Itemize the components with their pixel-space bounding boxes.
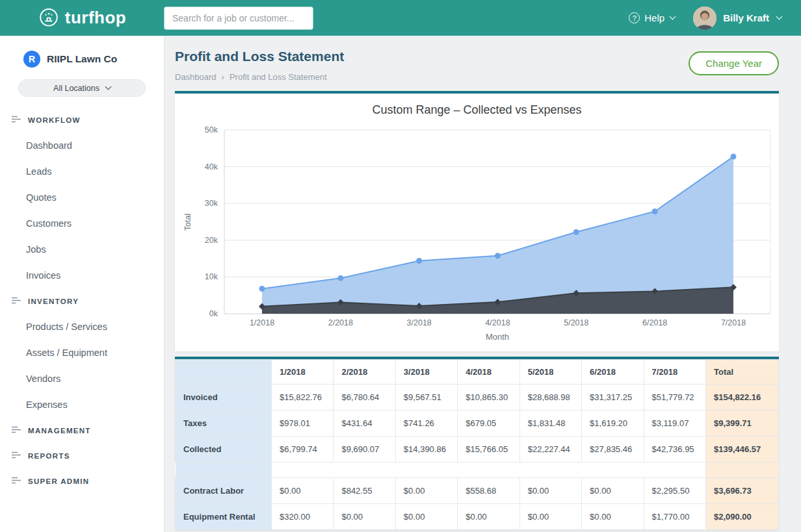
x-tick-label: 3/2018 <box>407 318 432 327</box>
nav-section-super-admin[interactable]: Super Admin <box>0 468 164 494</box>
spacer-cell <box>644 462 705 478</box>
spacer-cell <box>395 462 457 478</box>
spacer-cell <box>706 462 779 478</box>
table-cell: $2,295.50 <box>644 478 705 504</box>
table-row-contract-labor: Contract Labor$0.00$842.55$0.00$558.68$0… <box>176 478 779 504</box>
search-input[interactable] <box>164 7 313 29</box>
pl-table-card: 1/20182/20183/20184/20185/20186/20187/20… <box>175 357 779 530</box>
chart-title: Custom Range – Collected vs Expenses <box>175 103 779 117</box>
table-cell: $679.05 <box>458 411 519 437</box>
company-selector[interactable]: R RIIPL Lawn Co <box>0 36 164 71</box>
row-label: Taxes <box>176 411 272 437</box>
nav-section-label: Super Admin <box>28 477 89 485</box>
table-cell: $1,831.48 <box>519 411 581 437</box>
column-header-2-2018: 2/2018 <box>334 360 395 385</box>
section-dashes-icon <box>12 297 21 305</box>
table-cell: $431.64 <box>334 411 395 437</box>
collected-point <box>337 275 343 281</box>
chart-card: Custom Range – Collected vs Expenses 0k1… <box>175 91 779 351</box>
page-header: Profit and Loss Statement Dashboard › Pr… <box>175 49 779 82</box>
table-cell: $42,736.95 <box>644 437 705 462</box>
section-dashes-icon <box>12 116 21 124</box>
sidebar-item-jobs[interactable]: Jobs <box>0 236 164 262</box>
sidebar-item-customers[interactable]: Customers <box>0 210 164 236</box>
table-cell: $154,822.16 <box>706 385 779 411</box>
table-cell: $0.00 <box>458 504 519 530</box>
column-header-5-2018: 5/2018 <box>519 360 581 385</box>
table-cell: $139,446.57 <box>706 437 779 462</box>
x-tick-label: 6/2018 <box>642 318 667 327</box>
y-tick-label: 50k <box>205 125 218 134</box>
y-tick-label: 30k <box>205 199 218 208</box>
row-label: Equipment Rental <box>176 504 272 530</box>
brand-logo[interactable]: turfhop <box>0 6 164 30</box>
breadcrumb-dashboard[interactable]: Dashboard <box>175 72 217 82</box>
breadcrumb-current: Profit and Loss Statement <box>230 72 327 82</box>
change-year-button[interactable]: Change Year <box>689 51 779 75</box>
x-tick-label: 5/2018 <box>564 318 588 327</box>
column-header-6-2018: 6/2018 <box>582 360 644 385</box>
chevron-down-icon <box>105 84 111 90</box>
table-cell: $0.00 <box>582 504 644 530</box>
chevron-down-icon <box>670 14 676 20</box>
nav-section-label: Workflow <box>28 116 81 124</box>
row-label: Contract Labor <box>176 478 272 504</box>
collected-vs-expenses-chart: 0k10k20k30k40k50k1/20182/20183/20184/201… <box>175 120 779 349</box>
table-cell: $9,567.51 <box>395 385 457 411</box>
table-cell: $6,780.64 <box>334 385 395 411</box>
row-label: Collected <box>176 437 272 462</box>
table-row-collected: Collected$6,799.74$9,690.07$14,390.86$15… <box>176 437 779 462</box>
main-content: Profit and Loss Statement Dashboard › Pr… <box>164 36 801 532</box>
x-tick-label: 7/2018 <box>721 318 746 327</box>
locations-dropdown[interactable]: All Locations <box>18 79 146 97</box>
x-tick-label: 1/2018 <box>250 318 274 327</box>
section-dashes-icon <box>12 451 21 460</box>
collected-point <box>573 229 579 235</box>
table-cell: $558.68 <box>458 478 519 504</box>
table-cell: $6,799.74 <box>272 437 334 462</box>
table-cell: $22,227.44 <box>519 437 581 462</box>
table-cell: $0.00 <box>519 504 581 530</box>
sidebar-item-quotes[interactable]: Quotes <box>0 184 164 210</box>
collected-point <box>495 253 501 259</box>
sidebar-item-leads[interactable]: Leads <box>0 158 164 184</box>
table-cell: $0.00 <box>395 478 457 504</box>
nav-section-inventory[interactable]: Inventory <box>0 288 164 314</box>
table-row-taxes: Taxes$978.01$431.64$741.26$679.05$1,831.… <box>176 411 779 437</box>
topbar-right: ? Help Billy Kraft <box>629 6 801 30</box>
nav-section-workflow[interactable]: Workflow <box>0 107 164 133</box>
x-tick-label: 2/2018 <box>328 318 353 327</box>
help-menu[interactable]: ? Help <box>629 12 675 23</box>
row-label: Invoiced <box>176 385 272 411</box>
nav-section-reports[interactable]: Reports <box>0 443 164 468</box>
nav-section-label: Reports <box>28 452 70 460</box>
spacer-cell <box>582 462 644 478</box>
sidebar-item-dashboard[interactable]: Dashboard <box>0 133 164 158</box>
table-cell: $31,317.25 <box>582 385 644 411</box>
breadcrumb-separator: › <box>222 72 224 82</box>
topbar: turfhop ? Help Billy Kraft <box>0 0 801 36</box>
table-cell: $28,688.98 <box>519 385 581 411</box>
table-cell: $741.26 <box>395 411 457 437</box>
breadcrumb: Dashboard › Profit and Loss Statement <box>175 72 779 82</box>
sidebar-item-assets-equipment[interactable]: Assets / Equipment <box>0 340 164 366</box>
table-cell: $3,119.07 <box>644 411 705 437</box>
nav-section-management[interactable]: Management <box>0 418 164 443</box>
nav-section-label: Inventory <box>28 298 79 305</box>
table-cell: $0.00 <box>334 504 395 530</box>
y-tick-label: 20k <box>205 236 218 245</box>
table-cell: $2,090.00 <box>706 504 779 530</box>
sidebar-item-vendors[interactable]: Vendors <box>0 366 164 392</box>
sidebar-item-expenses[interactable]: Expenses <box>0 392 164 418</box>
spacer-cell <box>458 462 519 478</box>
table-cell: $15,822.76 <box>272 385 334 411</box>
help-label: Help <box>644 12 664 23</box>
sidebar-item-invoices[interactable]: Invoices <box>0 262 164 288</box>
y-tick-label: 10k <box>205 272 218 281</box>
table-cell: $10,865.30 <box>458 385 519 411</box>
spacer-cell <box>176 462 272 478</box>
user-menu[interactable]: Billy Kraft <box>693 6 781 30</box>
sidebar-nav: WorkflowDashboardLeadsQuotesCustomersJob… <box>0 107 164 494</box>
locations-label: All Locations <box>53 84 99 93</box>
sidebar-item-products-services[interactable]: Products / Services <box>0 314 164 340</box>
